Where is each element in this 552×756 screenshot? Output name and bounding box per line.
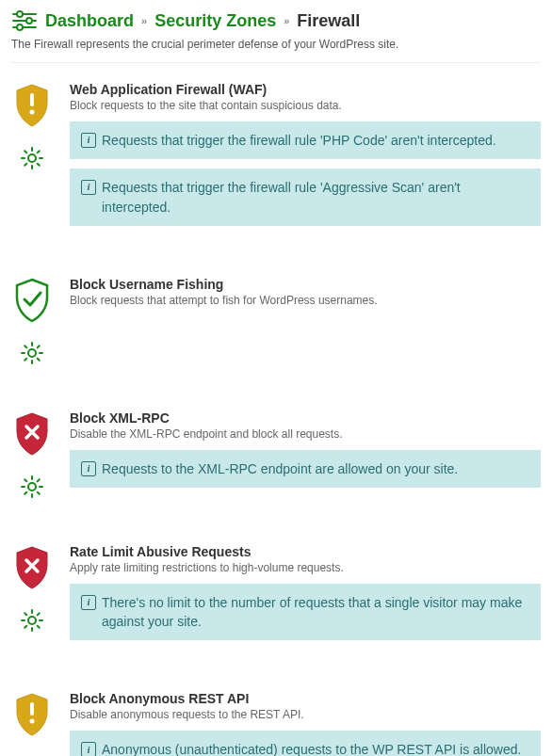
notice-text: Requests to the XML-RPC endpoint are all… bbox=[102, 459, 458, 478]
module: Rate Limit Abusive RequestsApply rate li… bbox=[11, 544, 541, 651]
module-description: Apply rate limiting restrictions to high… bbox=[70, 561, 541, 574]
chevron-right-icon: » bbox=[284, 15, 289, 26]
shield-off-icon bbox=[11, 410, 53, 461]
svg-rect-6 bbox=[30, 93, 34, 106]
svg-point-7 bbox=[30, 110, 35, 115]
breadcrumb-dashboard[interactable]: Dashboard bbox=[45, 11, 134, 31]
module-description: Block requests to the site that contain … bbox=[70, 99, 541, 112]
shield-ok-icon bbox=[11, 277, 53, 328]
notice-text: Anonymous (unauthenticated) requests to … bbox=[102, 740, 521, 756]
info-icon: i bbox=[81, 461, 96, 476]
gear-icon[interactable] bbox=[20, 608, 44, 636]
breadcrumb-security-zones[interactable]: Security Zones bbox=[154, 11, 276, 31]
module-title: Block XML-RPC bbox=[70, 410, 541, 426]
gear-icon[interactable] bbox=[20, 146, 44, 174]
notice-text: Requests that trigger the firewall rule … bbox=[102, 131, 496, 150]
module-title: Rate Limit Abusive Requests bbox=[70, 544, 541, 559]
notice-text: There's no limit to the number of reques… bbox=[102, 593, 529, 632]
info-notice: iThere's no limit to the number of reque… bbox=[70, 584, 541, 641]
module-description: Disable anonymous requests to the REST A… bbox=[70, 708, 541, 721]
svg-point-1 bbox=[17, 11, 23, 17]
shield-warn-icon bbox=[11, 691, 53, 742]
info-icon: i bbox=[81, 742, 96, 756]
module: Web Application Firewall (WAF)Block requ… bbox=[11, 82, 541, 235]
module: Block Username FishingBlock requests tha… bbox=[11, 277, 541, 369]
module-title: Block Username Fishing bbox=[70, 277, 541, 292]
settings-sliders-icon bbox=[11, 9, 38, 32]
svg-point-5 bbox=[17, 24, 23, 30]
info-icon: i bbox=[81, 180, 96, 195]
svg-point-10 bbox=[28, 483, 36, 491]
svg-rect-12 bbox=[30, 702, 34, 716]
shield-off-icon bbox=[11, 544, 53, 595]
notice-text: Requests that trigger the firewall rule … bbox=[102, 178, 529, 217]
breadcrumb-current: Firewall bbox=[297, 11, 360, 31]
gear-icon[interactable] bbox=[20, 475, 44, 503]
module-description: Disable the XML-RPC endpoint and block a… bbox=[70, 427, 541, 441]
breadcrumb: Dashboard » Security Zones » Firewall bbox=[11, 9, 541, 32]
svg-point-13 bbox=[30, 719, 35, 724]
module-title: Block Anonymous REST API bbox=[70, 691, 541, 706]
info-notice: iRequests that trigger the firewall rule… bbox=[70, 121, 541, 159]
module: Block Anonymous REST APIDisable anonymou… bbox=[11, 691, 541, 756]
svg-point-3 bbox=[26, 18, 32, 24]
divider bbox=[11, 62, 541, 63]
info-icon: i bbox=[81, 133, 96, 148]
svg-point-9 bbox=[28, 349, 36, 357]
chevron-right-icon: » bbox=[141, 15, 147, 26]
info-notice: iAnonymous (unauthenticated) requests to… bbox=[70, 731, 541, 756]
info-icon: i bbox=[81, 595, 96, 610]
svg-point-8 bbox=[28, 154, 36, 162]
info-notice: iRequests to the XML-RPC endpoint are al… bbox=[70, 450, 541, 488]
module-title: Web Application Firewall (WAF) bbox=[70, 82, 541, 97]
module: Block XML-RPCDisable the XML-RPC endpoin… bbox=[11, 410, 541, 503]
module-description: Block requests that attempt to fish for … bbox=[70, 294, 541, 307]
svg-point-11 bbox=[28, 617, 36, 624]
shield-warn-icon bbox=[11, 82, 53, 133]
info-notice: iRequests that trigger the firewall rule… bbox=[70, 169, 541, 226]
page-subtitle: The Firewall represents the crucial peri… bbox=[11, 38, 541, 51]
gear-icon[interactable] bbox=[20, 341, 44, 369]
